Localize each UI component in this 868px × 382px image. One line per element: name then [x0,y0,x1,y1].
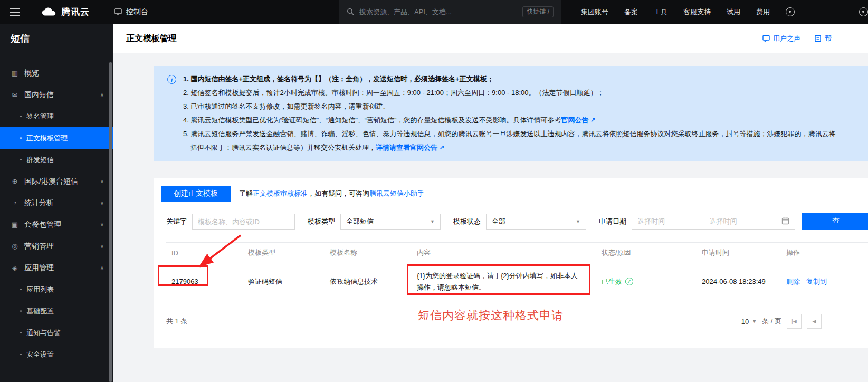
sidebar-item-signature-management[interactable]: 签名管理 [0,106,113,127]
console-link[interactable]: 控制台 [114,7,148,17]
table-row: 2179063验证码短信依孜纳信息技术{1}为您的登录验证码，请于{2}分钟内填… [166,263,868,300]
tencent-cloud-logo[interactable]: 腾讯云 [41,6,90,18]
notice-line: 2. 短信签名和模板提交后，预计2小时完成审核。审核时间：周一至周五：9:00 … [183,86,857,100]
notice-text: 2. 短信签名和模板提交后，预计2小时完成审核。审核时间：周一至周五：9:00 … [183,89,604,97]
marketing-icon: ◎ [11,242,19,250]
filter-bar: 关键字 模板类型 全部短信 ▼ 模板状态 全部 [166,213,868,230]
help-link[interactable]: 帮 [814,34,832,43]
sidebar-item-label: 概览 [24,69,39,78]
cell-content: {1}为您的登录验证码，请于{2}分钟内填写，如非本人操作，请忽略本短信。 [412,265,596,299]
template-status-select[interactable]: 全部 ▼ [486,214,586,230]
create-template-button[interactable]: 创建正文模板 [161,186,231,202]
bullet-icon [20,116,22,117]
sidebar-item-bulk-sms[interactable]: 群发短信 [0,149,113,170]
calendar-icon [781,217,789,226]
action-copy-to[interactable]: 复制到 [806,278,827,285]
cell-name: 依孜纳信息技术 [325,272,412,292]
template-type-select[interactable]: 全部短信 ▼ [340,214,441,230]
column-header-name: 模板名称 [325,248,412,257]
notice-banner: i 1. 国内短信由签名+正文组成，签名符号为【】（注：全角），发送短信时，必须… [154,66,868,161]
date-range-picker[interactable]: 选择时间 选择时间 [632,214,795,230]
topbar-link-billing[interactable]: 费用 [756,7,770,17]
bullet-icon [20,354,22,355]
sidebar-item-intl-sms[interactable]: ⊕国际/港澳台短信∨ [0,170,113,192]
header-links: 用户之声 帮 [762,24,832,53]
sidebar-item-app-list[interactable]: 应用列表 [0,279,113,300]
apply-date-filter: 申请日期 选择时间 选择时间 [599,214,795,230]
shortcut-hint: 快捷键 / [522,6,554,17]
sidebar-item-notification-alert[interactable]: 通知与告警 [0,322,113,343]
sidebar-item-label: 应用列表 [26,285,54,294]
template-status-label: 模板状态 [453,217,481,226]
sms-assistant-link[interactable]: 腾讯云短信小助手 [369,189,424,197]
notice-line: 4. 腾讯云短信模板类型已优化为“验证码短信”、“通知短信”、“营销短信”，您的… [183,113,857,127]
sidebar-item-label: 营销管理 [24,242,54,251]
page-size-value: 10 [741,318,749,326]
external-link-icon: ↗ [439,144,444,151]
topbar-link-tools[interactable]: 工具 [654,7,667,17]
template-status-value: 全部 [492,217,505,226]
logo-text: 腾讯云 [61,6,90,18]
sidebar-item-overview[interactable]: ▦概览 [0,62,113,84]
search-box[interactable]: 快捷键 / [339,0,561,24]
apply-date-label: 申请日期 [599,217,626,226]
package-icon: ▣ [11,221,19,228]
tip-text: ，如有疑问，可咨询 [308,189,369,197]
prev-page-button[interactable]: ◀ [807,314,822,329]
check-circle-icon: ✓ [625,278,633,285]
external-link-icon: ↗ [590,117,595,124]
column-header-content: 内容 [412,248,596,257]
column-header-type: 模板类型 [243,248,325,257]
user-voice-label: 用户之声 [773,34,800,43]
caret-down-icon: ▼ [576,219,580,224]
notice-lines: 1. 国内短信由签名+正文组成，签名符号为【】（注：全角），发送短信时，必须选择… [183,72,857,155]
sidebar-item-marketing-management[interactable]: ◎营销管理∨ [0,235,113,257]
pagination: 10 ▼ 条 / 页 |◀ ◀ [741,314,822,329]
sidebar-item-package-management[interactable]: ▣套餐包管理∨ [0,214,113,235]
product-title: 短信 [0,24,113,53]
topbar: 腾讯云 控制台 快捷键 / 集团账号备案工具客服支持试用费用 [0,0,868,24]
announcement-detail-link[interactable]: 详情请查看官网公告 [376,144,437,151]
bullet-icon [20,310,22,312]
cell-type: 验证码短信 [243,272,325,292]
template-card: 创建正文模板 了解正文模板审核标准，如有疑问，可咨询腾讯云短信小助手 关键字 模… [154,178,868,348]
support-icon[interactable] [786,7,795,16]
notice-text: 括但不限于：腾讯云实名认证信息等）并移交公安机关处理， [190,144,376,151]
sidebar-item-security-settings[interactable]: 安全设置 [0,343,113,365]
sidebar-scrollbar[interactable] [109,62,112,382]
topbar-link-trial[interactable]: 试用 [727,7,740,17]
page-size-select[interactable]: 10 ▼ [741,318,757,326]
topbar-link-icp-filing[interactable]: 备案 [624,7,638,17]
notice-line: 3. 已审核通过的签名不支持修改，如需更新签名内容，请重新创建。 [183,100,857,113]
profile-icon[interactable] [859,7,868,16]
action-delete[interactable]: 删除 [786,278,800,285]
topbar-link-support[interactable]: 客服支持 [683,7,711,17]
main-area: 正文模板管理 用户之声 帮 [113,24,868,382]
keyword-input[interactable] [192,214,295,230]
bullet-icon [20,332,22,333]
sidebar-item-domestic-sms[interactable]: ✉国内短信∧ [0,84,113,106]
official-announcement-link[interactable]: 官网公告 [561,116,588,124]
user-voice-link[interactable]: 用户之声 [762,34,800,43]
topbar-link-group-account[interactable]: 集团账号 [581,7,608,17]
sidebar-item-body-template-management[interactable]: 正文模板管理 [0,127,113,149]
sidebar-item-label: 应用管理 [24,263,54,273]
search-button[interactable]: 查 [802,213,868,230]
bullet-icon [20,137,22,139]
content-area: i 1. 国内短信由签名+正文组成，签名符号为【】（注：全角），发送短信时，必须… [113,53,868,382]
notice-line: 5. 腾讯云短信服务严禁发送金融营销、赌博、诈骗、淫秽、色情、暴力等违规信息，如… [183,127,857,141]
sidebar-item-label: 基础配置 [26,307,54,316]
template-review-standard-link[interactable]: 正文模板审核标准 [253,189,308,197]
sidebar-item-app-management[interactable]: ◈应用管理∧ [0,257,113,279]
column-header-id: ID [166,249,243,257]
search-input[interactable] [359,8,518,16]
notice-text: 1. [183,75,190,83]
sidebar-item-statistics[interactable]: ◔统计分析∨ [0,192,113,214]
column-header-applied-time: 申请时间 [697,248,781,257]
sidebar-item-basic-config[interactable]: 基础配置 [0,300,113,322]
page-root: 腾讯云 控制台 快捷键 / 集团账号备案工具客服支持试用费用 短信 ▦概览✉国内… [0,0,868,382]
hamburger-menu-button[interactable] [0,0,30,24]
chevron-down-icon: ∨ [100,243,104,249]
first-page-button[interactable]: |◀ [787,314,802,329]
page-title: 正文模板管理 [126,33,177,44]
